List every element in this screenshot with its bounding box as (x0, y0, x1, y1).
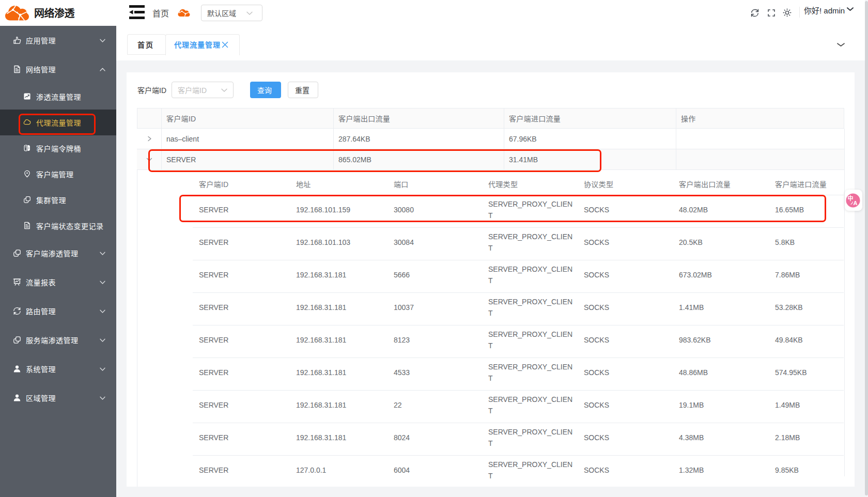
svg-text:中: 中 (848, 195, 854, 201)
svg-text:A: A (854, 200, 858, 206)
